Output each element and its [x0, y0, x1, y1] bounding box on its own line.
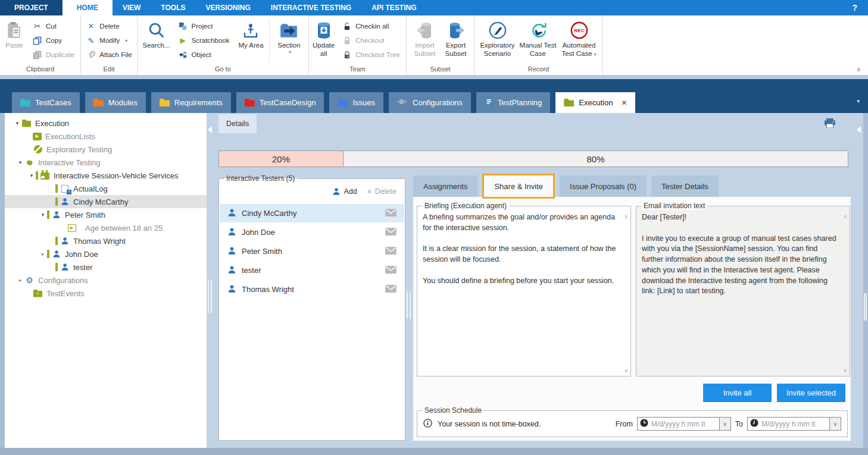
my-area-button[interactable]: My Area: [234, 17, 267, 65]
splitter-handle[interactable]: [407, 291, 411, 319]
tester-row-john-doe[interactable]: John Doe: [220, 223, 404, 241]
tab-issues[interactable]: Issues: [329, 92, 383, 113]
menu-project[interactable]: PROJECT: [0, 0, 63, 15]
share-invite-content: Briefing (Execution agent) A briefing su…: [413, 197, 851, 441]
goto-object-button[interactable]: Object: [173, 48, 235, 62]
tab-testcases[interactable]: TestCases: [12, 92, 80, 113]
tree-item-actuallog[interactable]: + ActualLog: [5, 182, 207, 195]
tab-share-invite[interactable]: Share & Invite: [482, 174, 555, 199]
splitter-handle[interactable]: [864, 293, 867, 321]
tree-item-executionlists[interactable]: ▶ ExecutionLists: [5, 130, 207, 143]
tree-item-testevents[interactable]: ‹ TestEvents: [5, 287, 207, 300]
collapse-ribbon-icon[interactable]: ∧: [857, 66, 861, 73]
expander-collapsed-icon[interactable]: ▸: [39, 251, 47, 257]
help-icon[interactable]: ?: [841, 0, 868, 15]
tab-overflow-icon[interactable]: ▾: [857, 98, 860, 104]
expander-expanded-icon[interactable]: ▾: [27, 172, 36, 178]
tree-item-cindy-mccarthy[interactable]: Cindy McCarthy: [5, 195, 207, 208]
menu-interactive-testing[interactable]: INTERACTIVE TESTING: [261, 0, 361, 15]
add-tester-button[interactable]: Add: [332, 187, 357, 196]
tree-item-interactive-session[interactable]: ▾ Interactive Session-Vehicle Services: [5, 169, 207, 182]
tab-testcasedesign[interactable]: TestCaseDesign: [236, 92, 324, 113]
envelope-icon[interactable]: [385, 209, 396, 218]
tab-testplanning[interactable]: TestPlanning: [476, 92, 550, 113]
envelope-icon[interactable]: [385, 285, 396, 294]
cut-button[interactable]: ✂ Cut: [27, 19, 79, 33]
collapse-left-panel-icon[interactable]: [208, 126, 212, 133]
interactive-testers-panel: Interactive Testers (5) Add ✕ Delete Cin…: [218, 174, 405, 441]
tab-execution[interactable]: Execution ✕: [555, 92, 635, 113]
checkout-button[interactable]: Checkout: [337, 33, 405, 48]
dropdown-icon[interactable]: ∨: [719, 418, 730, 430]
from-datetime-picker[interactable]: M/d/yyyy h:mm tt ∨: [637, 417, 731, 431]
tree-item-interactive-testing[interactable]: ▾ Interactive Testing: [5, 156, 207, 169]
automated-test-case-button[interactable]: REC Automated Test Case▾: [558, 17, 601, 65]
menu-versioning[interactable]: VERSIONING: [195, 0, 260, 15]
export-subset-button[interactable]: Export Subset: [441, 17, 472, 65]
checkout-tree-button[interactable]: Checkout Tree: [337, 48, 405, 62]
tree-item-age-between[interactable]: ▶ Age between 18 an 25: [5, 221, 207, 234]
expander-collapsed-icon[interactable]: ▸: [16, 277, 24, 283]
envelope-icon[interactable]: [385, 266, 396, 275]
tree-item-configurations[interactable]: ▸ ⚙ Configurations: [5, 274, 207, 287]
expander-expanded-icon[interactable]: ▾: [13, 120, 21, 126]
tab-requirements[interactable]: Requirements: [151, 92, 231, 113]
tester-row-peter-smith[interactable]: Peter Smith: [220, 242, 404, 261]
tree-item-peter-smith[interactable]: ▾ Peter Smith: [5, 208, 207, 221]
collapse-right-panel-icon[interactable]: [857, 126, 861, 133]
tree-item-execution[interactable]: ▾ Execution: [5, 117, 207, 130]
search-button[interactable]: Search...: [140, 17, 173, 65]
print-icon[interactable]: [824, 118, 836, 130]
section-button[interactable]: Section ▾: [271, 17, 306, 65]
menu-view[interactable]: VIEW: [113, 0, 151, 15]
scroll-down-icon[interactable]: ∨: [843, 368, 847, 374]
tab-issue-proposals[interactable]: Issue Proposals (0): [560, 175, 647, 197]
close-icon[interactable]: ✕: [621, 99, 627, 107]
tree-item-thomas-wright[interactable]: Thomas Wright: [5, 234, 207, 247]
splitter-handle[interactable]: [208, 280, 212, 313]
dropdown-icon[interactable]: ∨: [829, 418, 841, 430]
envelope-icon[interactable]: [385, 247, 396, 256]
expander-expanded-icon[interactable]: ▾: [39, 212, 47, 218]
state-bar: [36, 171, 38, 180]
checkin-all-button[interactable]: Checkin all: [337, 19, 405, 33]
tab-modules[interactable]: Modules: [85, 92, 146, 113]
scroll-up-icon[interactable]: ∧: [624, 214, 628, 219]
modify-button[interactable]: ✎ Modify ▾: [81, 33, 136, 48]
copy-button[interactable]: Copy: [27, 33, 79, 48]
tab-configurations[interactable]: Configurations: [389, 92, 471, 113]
scroll-down-icon[interactable]: ∨: [624, 368, 628, 374]
tab-details[interactable]: Details: [218, 114, 257, 133]
goto-scratchbook-button[interactable]: ▶ Scratchbook: [173, 33, 235, 48]
tester-row-thomas-wright[interactable]: Thomas Wright: [220, 280, 404, 299]
expander-expanded-icon[interactable]: ▾: [16, 159, 24, 165]
duplicate-button[interactable]: Duplicate: [27, 48, 79, 62]
menu-api-testing[interactable]: API TESTING: [361, 0, 426, 15]
paste-button[interactable]: Paste: [1, 17, 27, 65]
attach-file-button[interactable]: Attach File: [81, 48, 136, 62]
section-icon: [279, 20, 298, 41]
update-all-button[interactable]: Update all: [310, 17, 337, 65]
scroll-up-icon[interactable]: ∧: [843, 214, 847, 219]
briefing-textarea[interactable]: A briefing summarizes the goal and/or pr…: [419, 211, 619, 375]
exploratory-scenario-button[interactable]: Exploratory Scenario: [477, 17, 519, 65]
tree-item-john-doe[interactable]: ▸ John Doe: [5, 247, 207, 261]
tree-item-exploratory-testing[interactable]: Exploratory Testing: [5, 143, 207, 156]
menu-home[interactable]: HOME: [63, 0, 113, 15]
manual-test-case-button[interactable]: Manual Test Case: [519, 17, 558, 65]
envelope-icon[interactable]: [385, 228, 396, 237]
invite-selected-button[interactable]: Invite selected: [777, 384, 845, 402]
tree-item-tester[interactable]: tester: [5, 261, 207, 274]
goto-project-button[interactable]: Project: [173, 19, 235, 33]
delete-button[interactable]: ✕ Delete: [81, 19, 136, 33]
tester-row-cindy-mccarthy[interactable]: Cindy McCarthy: [220, 204, 404, 222]
email-invitation-textarea[interactable]: Dear [Tester]! I invite you to execute a…: [638, 211, 838, 375]
invite-all-button[interactable]: Invite all: [703, 384, 772, 402]
import-subset-button[interactable]: Import Subset: [410, 17, 441, 65]
tester-row-tester[interactable]: tester: [220, 261, 404, 280]
to-datetime-picker[interactable]: M/d/yyyy h:mm tt ∨: [747, 417, 841, 431]
menu-tools[interactable]: TOOLS: [151, 0, 195, 15]
tab-assignments[interactable]: Assignments: [413, 175, 477, 197]
delete-tester-button[interactable]: ✕ Delete: [367, 187, 396, 196]
tab-tester-details[interactable]: Tester Details: [651, 175, 719, 197]
